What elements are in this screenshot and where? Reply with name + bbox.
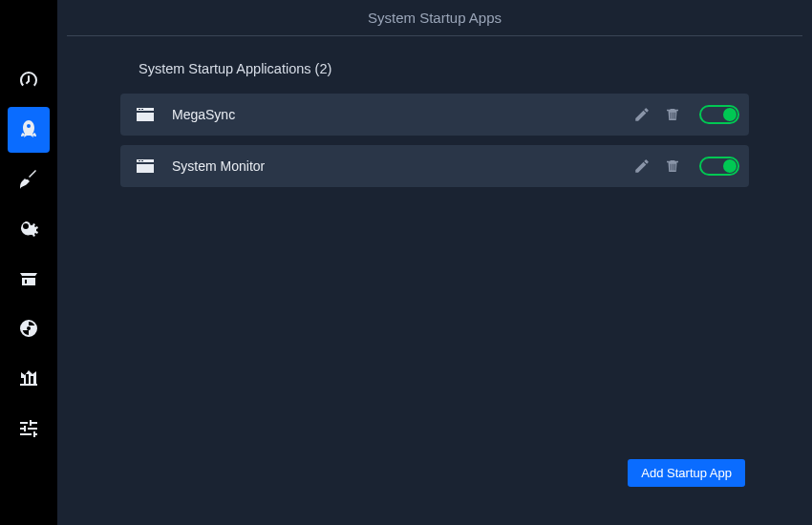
window-icon xyxy=(134,155,157,178)
disk-icon xyxy=(17,317,40,340)
sidebar-item-services[interactable] xyxy=(8,206,50,252)
app-row: MegaSync xyxy=(120,94,749,136)
app-row: System Monitor xyxy=(120,145,749,187)
delete-button[interactable] xyxy=(657,99,688,130)
enable-toggle[interactable] xyxy=(699,105,739,124)
package-icon xyxy=(17,267,40,290)
sidebar xyxy=(0,0,57,525)
trash-icon xyxy=(664,158,681,175)
sidebar-item-startup[interactable] xyxy=(8,107,50,153)
brush-icon xyxy=(17,168,40,191)
toggle-knob xyxy=(723,108,737,121)
toggle-knob xyxy=(723,159,737,173)
sidebar-item-stats[interactable] xyxy=(8,355,50,401)
gears-icon xyxy=(17,218,40,241)
add-startup-app-button[interactable]: Add Startup App xyxy=(628,459,745,487)
enable-toggle[interactable] xyxy=(699,157,739,176)
delete-button[interactable] xyxy=(657,151,688,181)
main-content: System Startup Apps System Startup Appli… xyxy=(57,0,812,525)
sidebar-item-packages[interactable] xyxy=(8,256,50,302)
chart-icon xyxy=(17,367,40,389)
edit-button[interactable] xyxy=(627,151,657,181)
trash-icon xyxy=(664,106,681,123)
startup-app-list: MegaSync System Monitor xyxy=(67,94,802,187)
footer: Add Startup App xyxy=(67,459,802,515)
edit-button[interactable] xyxy=(627,99,657,130)
sliders-icon xyxy=(17,416,40,439)
section-title: System Startup Applications (2) xyxy=(67,61,802,76)
window-icon xyxy=(134,103,157,126)
pencil-icon xyxy=(633,106,651,123)
sidebar-item-cleaner[interactable] xyxy=(8,157,50,202)
sidebar-item-disk[interactable] xyxy=(8,305,50,351)
app-name: MegaSync xyxy=(172,107,627,122)
page-title: System Startup Apps xyxy=(67,0,802,36)
sidebar-item-settings[interactable] xyxy=(8,405,50,451)
pencil-icon xyxy=(633,158,651,175)
sidebar-item-dashboard[interactable] xyxy=(8,57,50,103)
rocket-icon xyxy=(17,118,40,141)
app-name: System Monitor xyxy=(172,158,627,174)
gauge-icon xyxy=(17,69,40,92)
